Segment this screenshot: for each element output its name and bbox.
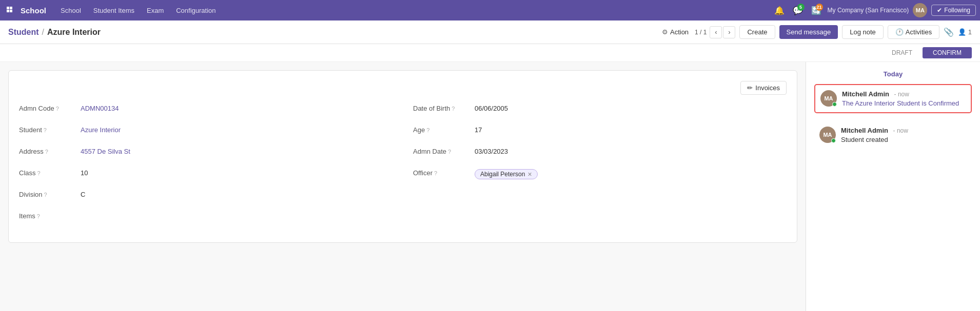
clock-icon: 🕐 (895, 28, 904, 36)
student-label: Student ? (19, 125, 81, 134)
nav-configuration[interactable]: Configuration (170, 0, 222, 20)
svg-rect-3 (10, 10, 12, 12)
chatter-message-1: MA Mitchell Admin - now Student created (814, 121, 972, 149)
form-row-student: Student ? Azure Interior (19, 125, 393, 139)
address-help[interactable]: ? (45, 149, 48, 155)
following-checkmark: ✔ (937, 7, 942, 14)
breadcrumb-current: Azure Interior (47, 28, 101, 37)
form-row-items: Items ? (19, 211, 393, 225)
student-value: Azure Interior (81, 125, 121, 134)
nav-count: 1 / 1 (695, 29, 707, 36)
officer-tag: Abigail Peterson × (475, 169, 538, 179)
status-confirm[interactable]: CONFIRM (923, 47, 972, 58)
student-help[interactable]: ? (44, 127, 47, 133)
division-help[interactable]: ? (44, 192, 47, 198)
dob-help[interactable]: ? (452, 106, 455, 112)
form-row-address: Address ? 4557 De Silva St (19, 146, 393, 160)
admn-date-value: 03/03/2023 (475, 146, 508, 155)
chatter-text-0: The Azure Interior Student is Confirmed (842, 99, 966, 107)
chat-badge: 5 (797, 4, 805, 11)
topbar-right: 🔔 💬 5 🔄 21 My Company (San Francisco) MA… (772, 3, 976, 17)
admn-date-help[interactable]: ? (448, 149, 451, 155)
actionbar-right: ⚙ Action 1 / 1 ‹ › Create Send message L… (662, 25, 972, 39)
chatter-header-0: Mitchell Admin - now (842, 90, 966, 98)
action-button[interactable]: Action (670, 28, 689, 36)
chatter-author-1: Mitchell Admin (841, 127, 888, 134)
form-col-right: Date of Birth ? 06/06/2005 Age ? 17 (413, 103, 787, 232)
paperclip-icon[interactable]: 📎 (944, 27, 954, 37)
chatter-avatar-1: MA (819, 127, 836, 143)
division-value: C (81, 189, 85, 198)
admn-date-label: Admn Date ? (413, 146, 475, 155)
class-value: 10 (81, 168, 88, 177)
nav-prev[interactable]: ‹ (710, 26, 722, 38)
form-row-division: Division ? C (19, 189, 393, 203)
form-row-class: Class ? 10 (19, 168, 393, 182)
nav-school[interactable]: School (54, 0, 87, 20)
admn-code-value: ADMN00134 (81, 103, 119, 112)
age-help[interactable]: ? (426, 127, 429, 133)
nav-arrows: 1 / 1 ‹ › (693, 26, 735, 38)
breadcrumb: Student / Azure Interior (8, 28, 658, 37)
company-name[interactable]: My Company (San Francisco) (828, 7, 909, 14)
chatter-avatar-status-0 (832, 102, 837, 107)
bell-icon-btn[interactable]: 🔔 (772, 3, 787, 17)
avatar-initials: MA (916, 7, 925, 13)
svg-rect-1 (10, 7, 12, 9)
form-row-admn-date: Admn Date ? 03/03/2023 (413, 146, 787, 160)
officer-help[interactable]: ? (434, 170, 437, 176)
grid-icon[interactable] (4, 6, 16, 14)
following-button[interactable]: ✔ Following (931, 5, 976, 16)
nav-exam[interactable]: Exam (141, 0, 170, 20)
nav-next[interactable]: › (723, 26, 735, 38)
chatter-avatar-status-1 (831, 138, 836, 143)
form-columns: Admn Code ? ADMN00134 Student ? Azure In… (19, 103, 787, 232)
follower-icon[interactable]: 👤 1 (958, 28, 972, 36)
svg-rect-2 (7, 10, 9, 12)
officer-tag-remove[interactable]: × (527, 171, 532, 178)
create-button[interactable]: Create (739, 25, 775, 39)
top-nav: School Student Items Exam Configuration (54, 0, 222, 20)
chatter-author-0: Mitchell Admin (842, 90, 889, 98)
following-label: Following (944, 7, 970, 14)
statusbar: DRAFT CONFIRM (0, 44, 980, 62)
items-help[interactable]: ? (37, 213, 40, 219)
breadcrumb-parent[interactable]: Student (8, 28, 39, 37)
class-label: Class ? (19, 168, 81, 177)
actionbar: Student / Azure Interior ⚙ Action 1 / 1 … (0, 20, 980, 44)
chatter-body-0: Mitchell Admin - now The Azure Interior … (842, 90, 966, 107)
chatter-time-0: - now (894, 91, 909, 98)
followers-count: 1 (968, 28, 972, 36)
age-value: 17 (475, 125, 482, 134)
chatter-body-1: Mitchell Admin - now Student created (841, 127, 967, 143)
send-message-button[interactable]: Send message (779, 25, 838, 39)
nav-student-items[interactable]: Student Items (87, 0, 141, 20)
address-label: Address ? (19, 146, 81, 155)
address-value: 4557 De Silva St (81, 146, 130, 155)
class-help[interactable]: ? (37, 170, 41, 176)
chat-icon-btn[interactable]: 💬 5 (791, 3, 805, 17)
app-name: School (21, 6, 46, 15)
form-card-header: ✏ Invoices (19, 81, 787, 95)
log-note-button[interactable]: Log note (842, 25, 884, 39)
items-label: Items ? (19, 211, 81, 220)
avatar[interactable]: MA (913, 3, 927, 17)
refresh-icon-btn[interactable]: 🔄 21 (809, 3, 824, 17)
age-label: Age ? (413, 125, 475, 134)
status-draft[interactable]: DRAFT (881, 47, 923, 58)
chatter-header-1: Mitchell Admin - now (841, 127, 967, 134)
form-row-officer: Officer ? Abigail Peterson × (413, 168, 787, 182)
form-row-dob: Date of Birth ? 06/06/2005 (413, 103, 787, 117)
invoices-label: Invoices (755, 84, 780, 92)
admn-code-help[interactable]: ? (56, 106, 59, 112)
dob-label: Date of Birth ? (413, 103, 475, 112)
officer-tag-label: Abigail Peterson (480, 171, 525, 178)
form-card: ✏ Invoices Admn Code ? ADMN00134 (8, 70, 797, 243)
chatter-area: Today MA Mitchell Admin - now The Azure … (806, 62, 980, 311)
admn-code-label: Admn Code ? (19, 103, 81, 112)
invoices-button[interactable]: ✏ Invoices (740, 81, 787, 95)
chatter-today: Today (814, 70, 972, 78)
form-row-admn-code: Admn Code ? ADMN00134 (19, 103, 393, 117)
activities-button[interactable]: 🕐 Activities (888, 25, 939, 39)
activities-label: Activities (906, 28, 932, 36)
